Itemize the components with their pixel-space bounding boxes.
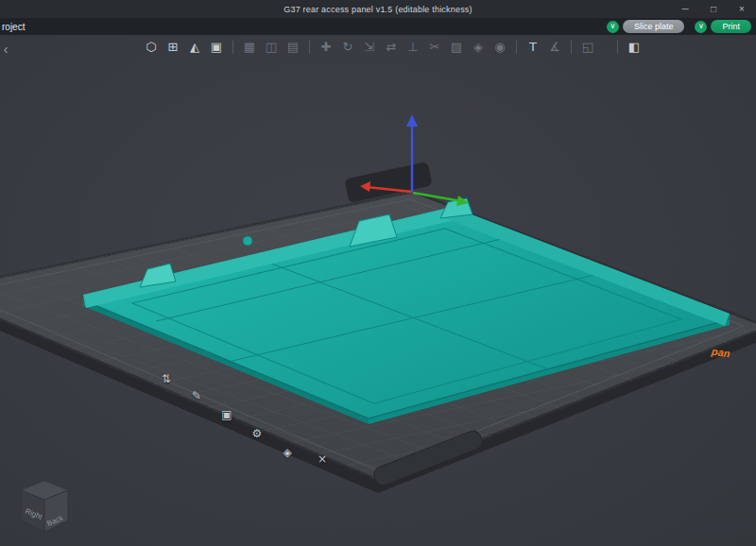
toolbar: ⬡⊞◭▣▦◫▤✚↻⇲⇄⊥✂▨◈◉T∡◱◧ — [144, 39, 642, 56]
lay-flat-icon[interactable]: ⊥ — [405, 39, 421, 56]
nav-cube[interactable]: Right Back — [21, 481, 68, 532]
toolbar-separator — [571, 41, 572, 54]
arrange-icon[interactable]: ▦ — [242, 39, 257, 56]
move-icon[interactable]: ✚ — [318, 39, 334, 56]
auto-orient-icon[interactable]: ◭ — [187, 39, 202, 56]
small-object[interactable] — [243, 236, 252, 246]
menu-bar: roject ∨ Slice plate ∨ Print — [0, 18, 756, 35]
measure-icon[interactable]: ∡ — [547, 39, 562, 56]
viewport-3d[interactable]: Right Back ⬡⊞◭▣▦◫▤✚↻⇲⇄⊥✂▨◈◉T∡◱◧ ‹ pan ⇅✎… — [0, 35, 756, 546]
plate-delete-icon[interactable]: × — [313, 450, 332, 469]
title-bar: G37 rear access panel v1.5 (editable thi… — [0, 0, 756, 18]
plate-image-icon[interactable]: ▣ — [217, 405, 236, 424]
minimize-button[interactable]: ─ — [671, 0, 699, 18]
toolbar-separator — [516, 41, 517, 54]
menu-item-project[interactable]: roject — [2, 22, 25, 32]
cut-icon[interactable]: ✂ — [427, 39, 442, 56]
print-dropdown-chevron-icon[interactable]: ∨ — [695, 21, 707, 33]
close-button[interactable]: × — [728, 0, 756, 18]
color-paint-icon[interactable]: ◉ — [492, 39, 507, 56]
image-plate-icon[interactable]: ▣ — [209, 39, 224, 56]
sidebar-collapse-icon[interactable]: ‹ — [0, 40, 11, 59]
scale-icon[interactable]: ⇲ — [362, 39, 377, 56]
plate-name-icon[interactable]: ✎ — [187, 386, 206, 405]
assembly-view-icon[interactable]: ◱ — [580, 39, 595, 56]
maximize-button[interactable]: □ — [699, 0, 728, 18]
scene-canvas[interactable]: Right Back — [0, 35, 756, 546]
toolbar-separator — [309, 41, 310, 54]
action-buttons: ∨ Slice plate ∨ Print — [607, 20, 751, 33]
add-model-icon[interactable]: ⬡ — [144, 39, 159, 56]
window-title: G37 rear access panel v1.5 (editable thi… — [0, 5, 756, 14]
slice-plate-button[interactable]: Slice plate — [623, 20, 685, 33]
plate-label-icon[interactable]: ◈ — [278, 443, 297, 462]
plate-settings-icon[interactable]: ⚙ — [248, 424, 266, 443]
support-paint-icon[interactable]: ▨ — [449, 39, 464, 56]
z-axis-arrow — [406, 114, 418, 127]
text-tool-icon[interactable]: T — [525, 39, 541, 56]
split-objects-icon[interactable]: ◫ — [264, 39, 279, 56]
add-plate-icon[interactable]: ⊞ — [165, 39, 180, 56]
seam-paint-icon[interactable]: ◈ — [471, 39, 486, 56]
rotate-icon[interactable]: ↻ — [340, 39, 355, 56]
toolbar-separator — [232, 41, 233, 54]
variable-layer-icon[interactable]: ▤ — [285, 39, 301, 56]
window-controls: ─ □ × — [671, 0, 756, 18]
plate-brand: pan — [711, 346, 730, 360]
toolbar-separator — [617, 41, 618, 54]
slice-dropdown-chevron-icon[interactable]: ∨ — [607, 21, 619, 33]
print-button[interactable]: Print — [711, 20, 751, 33]
mirror-icon[interactable]: ⇄ — [384, 39, 399, 56]
split-window-icon[interactable]: ◧ — [627, 39, 642, 56]
plate-move-icon[interactable]: ⇅ — [157, 369, 176, 388]
